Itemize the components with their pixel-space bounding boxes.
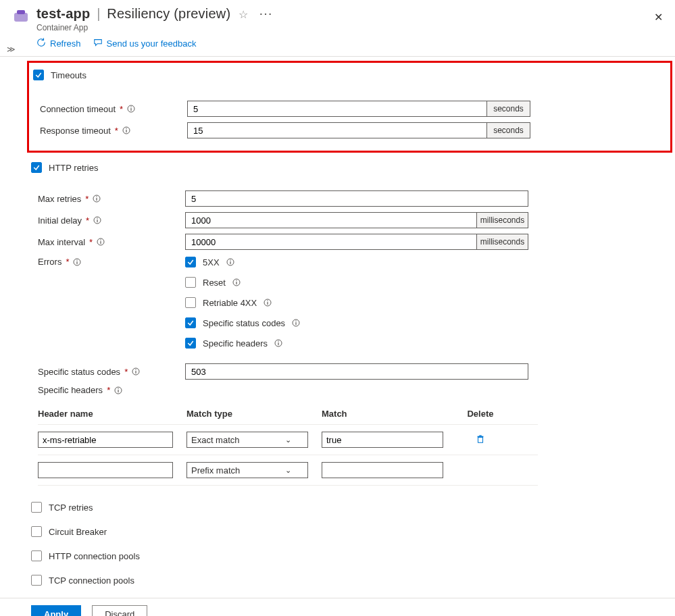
feedback-icon <box>93 38 103 49</box>
svg-rect-40 <box>118 388 119 388</box>
more-actions-icon[interactable]: ⋯ <box>259 6 273 21</box>
svg-rect-36 <box>136 371 136 374</box>
svg-rect-19 <box>77 259 78 260</box>
svg-rect-34 <box>278 341 279 342</box>
header-row-1: Prefix match ⌄ <box>38 455 538 486</box>
max-interval-unit: milliseconds <box>477 234 528 250</box>
svg-rect-3 <box>130 108 131 111</box>
match-type-select[interactable]: Prefix match ⌄ <box>186 462 308 478</box>
refresh-icon <box>36 38 46 49</box>
chevron-down-icon: ⌄ <box>285 466 291 475</box>
error-5xx-label: 5XX <box>203 257 220 267</box>
specific-codes-input[interactable] <box>185 363 528 380</box>
info-icon[interactable] <box>132 367 140 376</box>
match-value-input[interactable] <box>322 432 443 448</box>
svg-rect-28 <box>268 301 268 301</box>
svg-rect-6 <box>126 130 126 132</box>
page-subtitle: Resiliency (preview) <box>107 6 230 21</box>
svg-rect-7 <box>126 128 126 129</box>
svg-rect-21 <box>230 261 230 264</box>
circuit-breaker-label: Circuit Breaker <box>49 527 107 537</box>
timeouts-section-label: Timeouts <box>51 70 86 80</box>
response-timeout-label: Response timeout <box>40 126 111 136</box>
required-marker: * <box>84 215 91 226</box>
info-icon[interactable] <box>274 339 282 347</box>
specific-codes-label: Specific status codes <box>38 367 120 377</box>
required-marker: * <box>88 237 94 247</box>
max-retries-input[interactable] <box>185 190 528 207</box>
svg-rect-10 <box>97 197 97 197</box>
close-icon[interactable]: ✕ <box>654 11 663 24</box>
timeouts-highlight-box: Timeouts Connection timeout * seconds Re… <box>27 61 672 153</box>
container-app-icon <box>12 8 30 26</box>
error-specific-codes-checkbox[interactable] <box>185 317 196 328</box>
refresh-button[interactable]: Refresh <box>36 38 81 49</box>
initial-delay-unit: milliseconds <box>477 212 528 228</box>
http-pools-checkbox[interactable] <box>31 550 42 561</box>
info-icon[interactable] <box>122 126 130 134</box>
info-icon[interactable] <box>127 105 135 113</box>
info-icon[interactable] <box>292 319 300 327</box>
http-retries-checkbox[interactable] <box>31 162 42 173</box>
initial-delay-input[interactable] <box>185 212 477 228</box>
connection-timeout-input[interactable] <box>187 101 487 117</box>
required-marker: * <box>84 194 90 204</box>
connection-timeout-unit: seconds <box>487 101 530 117</box>
error-specific-headers-label: Specific headers <box>203 338 268 349</box>
form-content: Timeouts Connection timeout * seconds Re… <box>0 61 675 598</box>
resource-type-label: Container App <box>36 23 663 32</box>
svg-rect-31 <box>296 321 297 322</box>
error-specific-codes-label: Specific status codes <box>203 318 285 328</box>
delete-row-button[interactable] <box>476 436 485 446</box>
connection-timeout-label: Connection timeout <box>40 104 116 114</box>
info-icon[interactable] <box>114 386 122 394</box>
svg-rect-42 <box>478 436 484 437</box>
apply-button[interactable]: Apply <box>31 605 81 616</box>
initial-delay-label: Initial delay <box>38 215 82 226</box>
svg-rect-25 <box>236 280 236 281</box>
info-icon[interactable] <box>232 278 241 286</box>
error-specific-headers-checkbox[interactable] <box>185 338 196 349</box>
tcp-pools-label: TCP connection pools <box>49 575 134 586</box>
error-5xx-checkbox[interactable] <box>185 257 196 267</box>
feedback-button[interactable]: Send us your feedback <box>93 38 197 49</box>
match-type-select[interactable]: Exact match ⌄ <box>186 432 308 448</box>
svg-rect-13 <box>97 218 98 219</box>
svg-rect-22 <box>230 260 230 261</box>
error-retriable4xx-label: Retriable 4XX <box>203 298 257 308</box>
error-retriable4xx-checkbox[interactable] <box>185 297 196 308</box>
circuit-breaker-checkbox[interactable] <box>31 526 42 537</box>
svg-rect-33 <box>278 342 279 345</box>
max-retries-label: Max retries <box>38 194 81 204</box>
info-icon[interactable] <box>93 216 101 224</box>
header-name-input[interactable] <box>38 462 173 478</box>
expand-chevron-icon[interactable]: ≫ <box>7 45 16 54</box>
refresh-label: Refresh <box>50 38 81 49</box>
response-timeout-input[interactable] <box>187 122 487 138</box>
tcp-pools-checkbox[interactable] <box>31 575 42 586</box>
chevron-down-icon: ⌄ <box>285 436 291 444</box>
match-value-input[interactable] <box>322 462 443 478</box>
svg-rect-27 <box>268 302 268 305</box>
info-icon[interactable] <box>226 258 234 266</box>
favorite-star-icon[interactable]: ☆ <box>239 9 248 20</box>
error-reset-checkbox[interactable] <box>185 277 196 288</box>
info-icon[interactable] <box>93 195 101 203</box>
tcp-retries-checkbox[interactable] <box>31 502 42 513</box>
max-interval-input[interactable] <box>185 234 477 250</box>
timeouts-checkbox[interactable] <box>33 70 44 80</box>
page-header: test-app | Resiliency (preview) ☆ ⋯ Cont… <box>0 0 675 34</box>
info-icon[interactable] <box>97 238 105 246</box>
col-match: Match <box>322 409 443 419</box>
max-interval-label: Max interval <box>38 237 85 247</box>
info-icon[interactable] <box>264 299 272 307</box>
svg-rect-9 <box>97 198 97 201</box>
svg-rect-43 <box>479 435 482 436</box>
info-icon[interactable] <box>73 258 81 266</box>
required-marker: * <box>123 367 129 377</box>
discard-button[interactable]: Discard <box>92 605 147 616</box>
header-name-input[interactable] <box>38 432 173 448</box>
title-divider: | <box>94 6 103 21</box>
svg-rect-4 <box>130 107 131 107</box>
required-marker: * <box>105 385 111 395</box>
